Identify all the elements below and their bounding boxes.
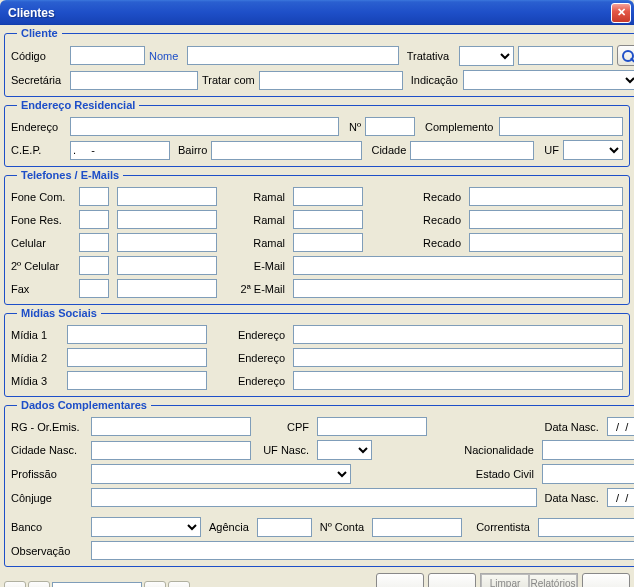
close-icon[interactable]: ✕ — [611, 3, 631, 23]
incluir-button[interactable]: Incluir — [428, 573, 476, 587]
conta-input[interactable] — [372, 518, 462, 537]
fone-com-label: Fone Com. — [11, 191, 71, 203]
fone-res-label: Fone Res. — [11, 214, 71, 226]
correntista-input[interactable] — [538, 518, 634, 537]
secretaria-input[interactable] — [70, 71, 198, 90]
fax-input[interactable] — [117, 279, 217, 298]
midia2-label: Mídia 2 — [11, 352, 59, 364]
cep-input[interactable] — [70, 141, 170, 160]
midia1-input[interactable] — [67, 325, 207, 344]
limpar-button[interactable]: Limpar — [481, 574, 529, 587]
codigo-label: Código — [11, 50, 66, 62]
cpf-input[interactable] — [317, 417, 427, 436]
nome-input[interactable] — [187, 46, 399, 65]
celular2-ddd-input[interactable] — [79, 256, 109, 275]
midia3-end-input[interactable] — [293, 371, 623, 390]
midia1-end-input[interactable] — [293, 325, 623, 344]
agencia-label: Agência — [209, 521, 249, 533]
celular-label: Celular — [11, 237, 71, 249]
celular-input[interactable] — [117, 233, 217, 252]
celular-recado-label: Recado — [371, 237, 461, 249]
estado-civil-select[interactable] — [542, 464, 634, 484]
data-nasc2-input[interactable] — [607, 488, 634, 507]
numero-label: Nº — [343, 121, 361, 133]
bottom-bar: << < > >> Buscar Incluir Limpar Relatóri… — [4, 569, 630, 587]
fone-res-ddd-input[interactable] — [79, 210, 109, 229]
search-icon — [622, 50, 634, 62]
bairro-input[interactable] — [211, 141, 362, 160]
fechar-button[interactable]: Fechar — [582, 573, 630, 587]
profissao-select[interactable] — [91, 464, 351, 484]
buscar-button[interactable]: Buscar — [376, 573, 424, 587]
group-telefones: Telefones / E-Mails Fone Com. Ramal Reca… — [4, 169, 630, 305]
cidade-label: Cidade — [366, 144, 406, 156]
endereco-label: Endereço — [11, 121, 66, 133]
obs-input[interactable] — [91, 541, 634, 560]
uf-label: UF — [544, 144, 559, 156]
fone-com-recado-input[interactable] — [469, 187, 623, 206]
cidade-nasc-input[interactable] — [91, 441, 251, 460]
cep-label: C.E.P. — [11, 144, 66, 156]
nacionalidade-label: Nacionalidade — [464, 444, 534, 456]
midia3-input[interactable] — [67, 371, 207, 390]
fone-res-recado-input[interactable] — [469, 210, 623, 229]
nav-position-input[interactable] — [52, 582, 142, 587]
record-navigator: << < > >> — [4, 581, 190, 587]
fone-res-input[interactable] — [117, 210, 217, 229]
group-midias: Mídias Sociais Mídia 1 Endereço Mídia 2 … — [4, 307, 630, 397]
celular-recado-input[interactable] — [469, 233, 623, 252]
tratar-com-input[interactable] — [259, 71, 403, 90]
nacionalidade-select[interactable] — [542, 440, 634, 460]
nav-next-button[interactable]: > — [144, 581, 166, 587]
nav-prev-button[interactable]: < — [28, 581, 50, 587]
conjuge-input[interactable] — [91, 488, 537, 507]
fone-com-ramal-label: Ramal — [225, 191, 285, 203]
cidade-nasc-label: Cidade Nasc. — [11, 444, 83, 456]
fone-com-ramal-input[interactable] — [293, 187, 363, 206]
tratativa-select[interactable] — [459, 46, 514, 66]
nav-last-button[interactable]: >> — [168, 581, 190, 587]
group-cliente: Cliente Código Nome Tratativa Secretária… — [4, 27, 634, 97]
window-title: Clientes — [8, 6, 55, 20]
group-cliente-legend: Cliente — [17, 27, 62, 39]
uf-select[interactable] — [563, 140, 623, 160]
celular-ramal-input[interactable] — [293, 233, 363, 252]
midia2-input[interactable] — [67, 348, 207, 367]
indicacao-select[interactable] — [463, 70, 634, 90]
email2-label: 2ª E-Mail — [225, 283, 285, 295]
fax-ddd-input[interactable] — [79, 279, 109, 298]
data-nasc-input[interactable] — [607, 417, 634, 436]
email-label: E-Mail — [225, 260, 285, 272]
correntista-label: Correntista — [476, 521, 530, 533]
group-endereco: Endereço Residencial Endereço Nº Complem… — [4, 99, 630, 167]
bairro-label: Bairro — [178, 144, 207, 156]
rg-input[interactable] — [91, 417, 251, 436]
codigo-input[interactable] — [70, 46, 145, 65]
uf-nasc-select[interactable] — [317, 440, 372, 460]
email-input[interactable] — [293, 256, 623, 275]
fone-com-ddd-input[interactable] — [79, 187, 109, 206]
agencia-input[interactable] — [257, 518, 312, 537]
fone-res-ramal-input[interactable] — [293, 210, 363, 229]
nav-first-button[interactable]: << — [4, 581, 26, 587]
celular2-input[interactable] — [117, 256, 217, 275]
group-dados-legend: Dados Complementares — [17, 399, 151, 411]
banco-select[interactable] — [91, 517, 201, 537]
midia3-end-label: Endereço — [215, 375, 285, 387]
midia2-end-input[interactable] — [293, 348, 623, 367]
celular-ddd-input[interactable] — [79, 233, 109, 252]
endereco-input[interactable] — [70, 117, 339, 136]
tratativa-extra-input[interactable] — [518, 46, 613, 65]
nome-label: Nome — [149, 50, 183, 62]
fone-res-recado-label: Recado — [371, 214, 461, 226]
numero-input[interactable] — [365, 117, 415, 136]
email2-input[interactable] — [293, 279, 623, 298]
search-button[interactable] — [617, 45, 634, 66]
indicacao-label: Indicação — [411, 74, 459, 86]
celular2-label: 2º Celular — [11, 260, 71, 272]
relatorios-button[interactable]: Relatórios — [529, 574, 577, 587]
cidade-input[interactable] — [410, 141, 534, 160]
complemento-input[interactable] — [499, 117, 623, 136]
fone-com-input[interactable] — [117, 187, 217, 206]
obs-label: Observação — [11, 545, 83, 557]
